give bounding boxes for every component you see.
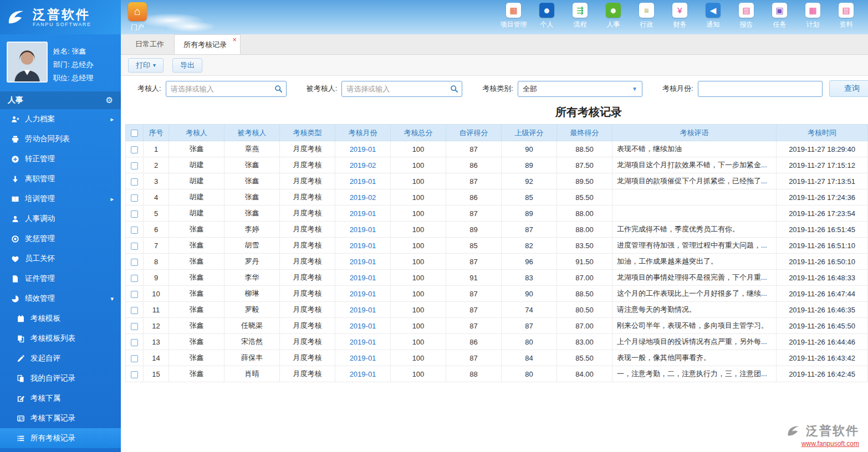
table-row[interactable]: 13 张鑫 宋浩然 月度考核 2019-01 100 86 80 83.00 上… [126,334,868,350]
assessor-input[interactable] [166,81,287,97]
topnav-item[interactable]: ▧ [865,3,868,29]
gear-icon[interactable]: ⚙ [106,95,113,105]
table-row[interactable]: 11 张鑫 罗毅 月度考核 2019-01 100 87 74 80.50 请注… [126,302,868,318]
assessment-month-link[interactable]: 2019-01 [350,177,376,186]
assessment-month-link[interactable]: 2019-02 [350,161,376,170]
assessment-month-link[interactable]: 2019-01 [350,145,376,153]
topnav-item[interactable]: ▤ 报告 [732,3,760,29]
table-row[interactable]: 2 胡建 张鑫 月度考核 2019-02 100 86 89 87.50 龙湖项… [126,157,868,173]
topnav-item[interactable]: ≡ 行政 [632,3,661,29]
sidebar-item-assessment-template[interactable]: 考核模板 [0,309,121,328]
topnav-label: 行政 [640,20,653,29]
table-row[interactable]: 1 张鑫 章燕 月度考核 2019-01 100 87 90 88.50 表现不… [126,141,868,157]
table-row[interactable]: 6 张鑫 李婷 月度考核 2019-01 100 89 87 88.00 工作完… [126,222,868,238]
tab-all-assessment-records[interactable]: 所有考核记录 × [174,34,241,54]
table-row[interactable]: 4 胡建 张鑫 月度考核 2019-02 100 86 85 85.50 201… [126,189,868,206]
assessment-month-link[interactable]: 2019-01 [350,209,376,218]
sidebar-item-labor-contract-list[interactable]: 劳动合同列表 [0,129,121,149]
row-checkbox[interactable] [131,339,138,346]
cell-assessor: 张鑫 [169,366,224,382]
cell-comment: 刚来公司半年，表现不错，多向项目主管学习。 [612,318,777,334]
assessment-month-link[interactable]: 2019-01 [350,274,376,282]
sidebar-item-my-self-assessment-records[interactable]: 我的自评记录 [0,368,121,388]
topnav-item[interactable]: ¥ 财务 [666,3,694,29]
topnav-item[interactable]: ▤ 资料 [832,3,860,29]
sidebar-section-hr[interactable]: 人事 ⚙ [0,91,121,109]
tab-daily-work[interactable]: 日常工作 [126,34,173,54]
cell-assessor: 张鑫 [169,254,224,270]
sidebar-item-resignation[interactable]: 离职管理 [0,169,121,189]
assessment-month-link[interactable]: 2019-01 [350,306,376,314]
month-input[interactable] [698,81,823,97]
row-checkbox[interactable] [131,307,138,314]
row-checkbox[interactable] [131,323,138,330]
assessment-month-link[interactable]: 2019-01 [350,290,376,298]
table-row[interactable]: 7 张鑫 胡雪 月度考核 2019-01 100 85 82 83.50 进度管… [126,238,868,254]
sidebar-item-certificate[interactable]: 证件管理 [0,269,121,289]
menu-label: 员工关怀 [25,254,55,264]
search-icon[interactable] [450,85,458,93]
assessment-month-link[interactable]: 2019-01 [350,242,376,250]
table-row[interactable]: 15 张鑫 肖晴 月度考核 2019-01 100 88 80 84.00 一，… [126,366,868,382]
close-icon[interactable]: × [232,36,237,43]
sidebar-item-performance[interactable]: 绩效管理 ▾ [0,289,121,309]
sidebar-item-personnel-transfer[interactable]: 人事调动 [0,209,121,229]
topnav-item[interactable]: ☻ 人事 [599,3,627,29]
topnav-item[interactable]: ▦ 计划 [799,3,827,29]
row-checkbox[interactable] [131,162,138,170]
table-row[interactable]: 9 张鑫 李华 月度考核 2019-01 100 91 83 87.00 龙湖项… [126,270,868,286]
table-row[interactable]: 8 张鑫 罗丹 月度考核 2019-01 100 87 96 91.50 加油，… [126,254,868,270]
assessment-month-link[interactable]: 2019-01 [350,370,376,378]
topnav-item[interactable]: ◀ 通知 [699,3,727,29]
topnav-item[interactable]: ⇶ 流程 [566,3,594,29]
select-all-checkbox[interactable] [131,130,138,137]
topnav-item[interactable]: ▣ 任务 [765,3,794,29]
sidebar-item-employee-care[interactable]: 员工关怀 [0,249,121,269]
sidebar-item-reward-punishment[interactable]: 奖惩管理 [0,229,121,249]
assessment-month-link[interactable]: 2019-02 [350,193,376,202]
assessee-input[interactable] [341,81,462,97]
row-checkbox[interactable] [131,227,138,234]
row-checkbox[interactable] [131,259,138,266]
row-checkbox[interactable] [131,178,138,186]
row-checkbox[interactable] [131,275,138,282]
portal-nav-item[interactable]: ⌂ 门户 [125,2,150,32]
assessment-month-link[interactable]: 2019-01 [350,354,376,362]
row-checkbox[interactable] [131,243,138,250]
row-checkbox[interactable] [131,146,138,153]
table-row[interactable]: 3 胡建 张鑫 月度考核 2019-01 100 87 92 89.50 龙湖项… [126,173,868,189]
table-header-row: 序号 考核人 被考核人 考核类型 考核月份 考核总分 自评得分 上级评分 最终得… [126,125,868,141]
sidebar-item-subordinate-assessment-records[interactable]: 考核下属记录 [0,408,121,428]
table-row[interactable]: 14 张鑫 薛保丰 月度考核 2019-01 100 87 84 85.50 表… [126,350,868,366]
row-checkbox[interactable] [131,194,138,202]
fanpu-watermark: 泛普软件 www.fanpusoft.com [786,423,859,448]
category-select[interactable]: 全部 ▼ [518,81,642,97]
topnav-item[interactable]: ▦ 项目管理 [499,3,528,29]
export-button[interactable]: 导出 [172,58,202,73]
sidebar-item-training[interactable]: 培训管理 ▸ [0,189,121,209]
sidebar-item-all-assessment-records[interactable]: 所有考核记录 [0,428,121,448]
row-checkbox[interactable] [131,291,138,298]
row-checkbox[interactable] [131,355,138,362]
sidebar-item-assessment-template-list[interactable]: 考核模板列表 [0,328,121,348]
print-button[interactable]: 打印 ▾ [128,58,164,73]
table-row[interactable]: 10 张鑫 柳琳 月度考核 2019-01 100 87 90 88.50 这个… [126,286,868,302]
row-checkbox[interactable] [131,371,138,378]
topnav-item[interactable]: ☻ 个人 [533,3,561,29]
table-row[interactable]: 5 胡建 张鑫 月度考核 2019-01 100 87 89 88.00 201… [126,206,868,222]
cell-seq: 9 [144,270,169,286]
assessment-month-link[interactable]: 2019-01 [350,322,376,330]
sidebar-item-regularization[interactable]: 转正管理 [0,149,121,169]
heart-icon [11,255,19,263]
assessment-month-link[interactable]: 2019-01 [350,338,376,346]
row-checkbox[interactable] [131,210,138,218]
assessment-month-link[interactable]: 2019-01 [350,225,376,234]
cell-assessor: 张鑫 [169,318,224,334]
sidebar-item-assess-subordinates[interactable]: 考核下属 [0,388,121,408]
query-button[interactable]: 查询 [829,80,868,97]
assessment-month-link[interactable]: 2019-01 [350,258,376,266]
table-row[interactable]: 12 张鑫 任晓渠 月度考核 2019-01 100 87 87 87.00 刚… [126,318,868,334]
search-icon[interactable] [274,85,283,93]
sidebar-item-start-self-assessment[interactable]: 发起自评 [0,348,121,368]
sidebar-item-hr-archive[interactable]: 人力档案 ▸ [0,109,121,129]
